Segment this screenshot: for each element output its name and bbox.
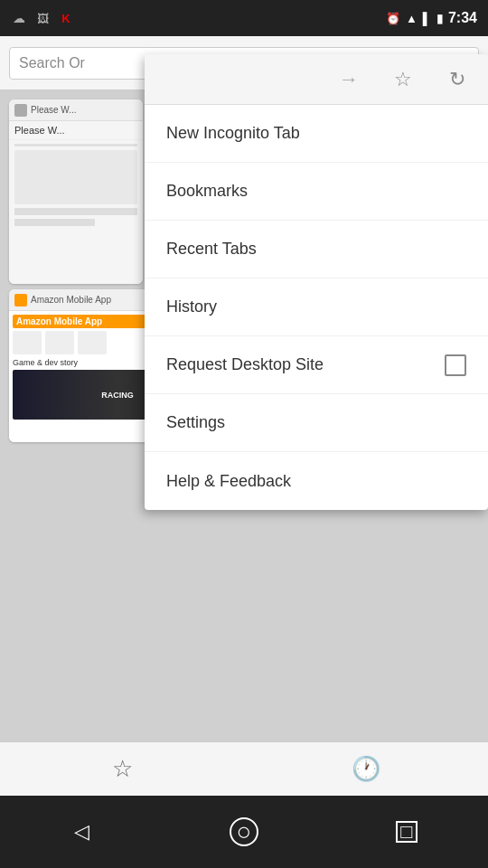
battery-icon: ▮ [436, 12, 443, 25]
history-label: History [166, 297, 217, 316]
kaspersky-icon: K [58, 10, 74, 26]
new-incognito-tab-item[interactable]: New Incognito Tab [145, 105, 488, 163]
reload-icon: ↻ [449, 68, 465, 91]
history-item[interactable]: History [145, 278, 488, 336]
tab-title-1: Please W... [31, 105, 77, 115]
forward-button[interactable]: → [333, 63, 365, 96]
star-menu-icon: ☆ [394, 68, 412, 91]
bookmarks-item[interactable]: Bookmarks [145, 163, 488, 221]
forward-icon: → [339, 68, 359, 91]
desktop-site-checkbox[interactable] [445, 354, 466, 376]
signal-icon: ▌ [423, 12, 431, 25]
dropdown-menu: → ☆ ↻ New Incognito Tab Bookmarks Recent… [145, 54, 488, 510]
reload-button[interactable]: ↻ [441, 63, 474, 96]
help-feedback-item[interactable]: Help & Feedback [145, 452, 488, 510]
time-display: 7:34 [448, 10, 477, 26]
settings-item[interactable]: Settings [145, 394, 488, 452]
nav-bar: ◁ ○ □ [0, 796, 488, 868]
recents-icon: □ [396, 821, 418, 843]
tab-favicon-3 [14, 294, 27, 307]
request-desktop-site-item[interactable]: Request Desktop Site [145, 336, 488, 394]
cloud-icon: ☁ [11, 10, 27, 26]
bookmark-button[interactable]: ☆ [387, 63, 419, 96]
home-icon: ○ [230, 817, 258, 846]
bookmarks-label: Bookmarks [166, 182, 248, 201]
help-feedback-label: Help & Feedback [166, 472, 291, 491]
back-icon: ◁ [74, 820, 89, 844]
recents-button[interactable]: □ [380, 805, 434, 859]
tab-card-please[interactable]: Please W... Please W... [9, 99, 143, 284]
alarm-icon: ⏰ [386, 12, 400, 25]
status-icons-right: ⏰ ▲ ▌ ▮ 7:34 [386, 10, 477, 26]
history-bottom-icon[interactable]: 🕐 [346, 750, 386, 789]
status-bar: ☁ 🖼 K ⏰ ▲ ▌ ▮ 7:34 [0, 0, 488, 36]
recent-tabs-item[interactable]: Recent Tabs [145, 221, 488, 278]
bottom-bar: ☆ 🕐 [0, 741, 488, 796]
star-icon: ☆ [112, 755, 133, 783]
status-icons-left: ☁ 🖼 K [11, 10, 74, 26]
menu-toolbar: → ☆ ↻ [145, 54, 488, 105]
back-button[interactable]: ◁ [54, 805, 108, 859]
bookmarks-bottom-icon[interactable]: ☆ [102, 750, 142, 789]
tab-favicon-1 [14, 104, 27, 117]
home-button[interactable]: ○ [217, 805, 271, 859]
search-text: Search Or [19, 55, 85, 71]
settings-label: Settings [166, 413, 225, 432]
wifi-icon: ▲ [406, 12, 418, 25]
clock-icon: 🕐 [352, 755, 380, 783]
request-desktop-label: Request Desktop Site [166, 355, 324, 374]
tab-body-1: Please W... [9, 121, 143, 284]
new-incognito-tab-label: New Incognito Tab [166, 124, 300, 143]
tab-title-3: Amazon Mobile App [31, 295, 111, 305]
image-icon: 🖼 [34, 10, 51, 26]
recent-tabs-label: Recent Tabs [166, 240, 257, 259]
